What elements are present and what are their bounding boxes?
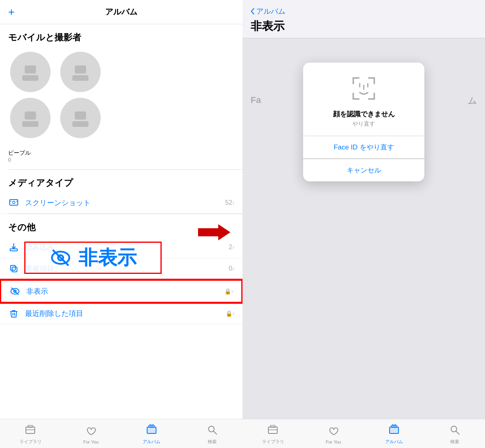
svg-rect-11: [12, 267, 17, 272]
album-icon-left: [146, 424, 157, 438]
left-header: + アルバム: [0, 0, 242, 24]
nav-foryou-left[interactable]: For You: [61, 423, 121, 446]
person-icon-4: [72, 109, 89, 127]
svg-rect-21: [28, 425, 33, 427]
album-icon-right: [388, 424, 400, 438]
people-name: ピープル: [8, 149, 234, 157]
foryou-icon-right: [328, 425, 339, 439]
nav-library-right[interactable]: ライブラリ: [242, 423, 303, 446]
people-grid: [0, 48, 242, 146]
person-icon-3: [21, 109, 39, 127]
people-item-4[interactable]: [58, 98, 103, 138]
hidden-chevron: ›: [231, 288, 233, 295]
people-item-2[interactable]: [58, 52, 103, 92]
screenshot-label: スクリーンショット: [25, 198, 225, 208]
back-label: アルバム: [256, 6, 285, 16]
person-icon-2: [72, 63, 89, 81]
nav-foryou-right[interactable]: For You: [303, 423, 364, 446]
nav-library-label-left: ライブラリ: [19, 439, 42, 445]
duplicate-count: 0: [229, 265, 232, 272]
recently-deleted-list-item[interactable]: 最近削除した項目 🔒 ›: [0, 303, 242, 324]
bg-label-left: Fa: [251, 95, 261, 105]
svg-rect-2: [75, 65, 86, 74]
hidden-list-item[interactable]: 非表示 🔒 ›: [0, 280, 242, 303]
svg-rect-6: [75, 111, 86, 120]
back-button[interactable]: アルバム: [251, 6, 477, 16]
nav-album-label-left: アルバム: [143, 439, 160, 445]
people-avatar-4: [60, 98, 101, 138]
retry-face-id-button[interactable]: Face ID をやり直す: [303, 136, 424, 159]
nav-library-label-right: ライブラリ: [262, 439, 284, 445]
arrow-indicator: [198, 222, 230, 244]
svg-rect-12: [11, 265, 15, 270]
people-avatar-1: [10, 52, 51, 92]
nav-search-right[interactable]: 検索: [424, 423, 485, 446]
people-item-1[interactable]: [8, 52, 53, 92]
bg-label-right: ム: [468, 95, 477, 107]
people-item-3[interactable]: [8, 98, 53, 138]
hidden-lock-icon: 🔒: [224, 288, 231, 294]
nav-search-label-right: 検索: [450, 439, 459, 445]
back-chevron-icon: [251, 8, 255, 15]
face-id-dialog: 顔を認識できません やり直す Face ID をやり直す キャンセル: [303, 63, 424, 181]
import-chevron: ›: [232, 244, 234, 251]
library-icon-left: [25, 424, 36, 438]
nav-search-label-left: 検索: [208, 439, 217, 445]
nav-album-label-right: アルバム: [385, 439, 403, 445]
left-bottom-nav: ライブラリ For You アルバム: [0, 419, 242, 448]
svg-rect-1: [22, 75, 38, 81]
nav-album-right[interactable]: アルバム: [364, 423, 424, 446]
duplicate-icon: [8, 263, 19, 274]
left-content: モバイルと撮影者: [0, 24, 242, 419]
dialog-title: 顔を認識できません: [333, 109, 395, 119]
screenshot-count: 52: [225, 199, 232, 206]
dialog-subtitle: やり直す: [352, 120, 375, 128]
left-title: アルバム: [105, 6, 137, 17]
nav-library-left[interactable]: ライブラリ: [0, 423, 61, 446]
hidden-label: 非表示: [26, 286, 224, 296]
svg-rect-4: [25, 111, 36, 120]
screenshot-chevron: ›: [232, 199, 234, 206]
svg-rect-34: [392, 424, 396, 426]
dialog-top: 顔を認識できません やり直す: [303, 63, 424, 136]
right-header: アルバム 非表示: [242, 0, 485, 38]
svg-line-36: [456, 431, 459, 434]
trash-icon: [8, 308, 19, 319]
svg-rect-32: [390, 427, 399, 433]
face-id-icon: [349, 74, 378, 103]
foryou-icon-left: [85, 425, 97, 439]
nav-search-left[interactable]: 検索: [182, 423, 242, 446]
mobile-section-header: モバイルと撮影者: [0, 24, 242, 48]
library-icon-right: [267, 424, 278, 438]
screenshot-list-item[interactable]: スクリーンショット 52 ›: [0, 192, 242, 214]
deleted-lock-icon: 🔒: [226, 310, 232, 317]
svg-point-9: [13, 201, 15, 204]
svg-rect-10: [10, 249, 17, 251]
import-icon: [8, 242, 19, 253]
big-eye-icon: [49, 246, 72, 269]
nav-album-left[interactable]: アルバム: [121, 423, 182, 446]
svg-marker-19: [198, 224, 230, 240]
svg-rect-5: [22, 121, 38, 127]
svg-rect-8: [10, 200, 18, 205]
duplicate-chevron: ›: [232, 265, 234, 272]
nav-foryou-label-right: For You: [326, 440, 341, 444]
right-panel: アルバム 非表示 Fa ム: [242, 0, 485, 448]
deleted-chevron: ›: [232, 310, 234, 317]
svg-rect-24: [150, 424, 153, 426]
add-album-button[interactable]: +: [8, 6, 15, 19]
media-type-section-header: メディアタイプ: [0, 170, 242, 192]
nav-foryou-label-left: For You: [83, 440, 99, 444]
people-label-group: ピープル 0: [0, 149, 242, 169]
import-count: 2: [229, 244, 232, 251]
svg-line-26: [213, 431, 217, 434]
hidden-highlight-overlay: 非表示: [24, 242, 162, 274]
search-icon-left: [207, 424, 218, 438]
right-page-title: 非表示: [251, 19, 477, 34]
svg-rect-7: [72, 121, 89, 127]
left-panel: + アルバム モバイルと撮影者: [0, 0, 242, 448]
svg-rect-20: [26, 427, 35, 433]
people-count: 0: [8, 157, 234, 163]
cancel-dialog-button[interactable]: キャンセル: [303, 159, 424, 181]
screenshot-icon: [8, 197, 19, 208]
